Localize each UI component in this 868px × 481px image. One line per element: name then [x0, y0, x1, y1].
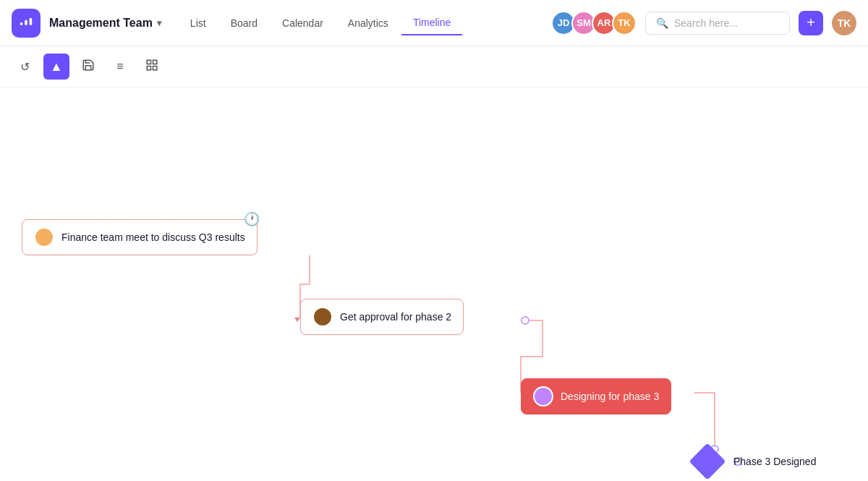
- finance-task-avatar: [34, 227, 54, 247]
- tab-analytics[interactable]: Analytics: [336, 12, 400, 35]
- designing-task-label: Designing for phase 3: [561, 391, 659, 402]
- svg-point-8: [522, 317, 529, 324]
- approval-task-label: Get approval for phase 2: [340, 311, 451, 323]
- cursor-button[interactable]: ▲: [43, 54, 69, 80]
- svg-rect-0: [20, 22, 23, 25]
- user-avatar[interactable]: TK: [832, 11, 856, 35]
- search-icon: 🔍: [656, 17, 668, 29]
- nav-tabs: List Board Calendar Analytics Timeline: [179, 11, 542, 35]
- tab-timeline[interactable]: Timeline: [401, 11, 462, 35]
- svg-marker-7: [294, 318, 300, 322]
- header-right: JD SM AR TK 🔍 Search here... + TK: [551, 11, 856, 35]
- designing-task-card[interactable]: Designing for phase 3: [521, 378, 671, 414]
- milestone-label: Phase 3 Designed: [733, 456, 816, 467]
- refresh-button[interactable]: ↺: [12, 54, 38, 80]
- tab-calendar[interactable]: Calendar: [271, 12, 335, 35]
- approval-task-avatar: [312, 307, 333, 327]
- finance-task-label: Finance team meet to discuss Q3 results: [61, 231, 245, 243]
- app-logo[interactable]: [12, 9, 41, 38]
- svg-rect-2: [30, 17, 33, 25]
- designing-task-avatar: [533, 386, 553, 406]
- refresh-icon: ↺: [20, 60, 30, 74]
- avatars-group: JD SM AR TK: [551, 11, 637, 35]
- workspace-name[interactable]: Management Team ▾: [49, 17, 161, 30]
- clock-icon: 🕐: [244, 211, 260, 227]
- tab-list[interactable]: List: [179, 12, 218, 35]
- toolbar: ↺ ▲ ≡: [0, 46, 868, 88]
- avatar-4[interactable]: TK: [612, 11, 637, 35]
- cursor-icon: ▲: [50, 59, 63, 75]
- svg-rect-5: [147, 67, 150, 70]
- milestone-diamond: [689, 443, 726, 480]
- save-icon: [82, 59, 95, 75]
- svg-rect-3: [147, 60, 150, 64]
- app-header: Management Team ▾ List Board Calendar An…: [0, 0, 868, 46]
- timeline-canvas: Finance team meet to discuss Q3 results …: [0, 88, 868, 481]
- search-placeholder-text: Search here...: [674, 17, 738, 29]
- search-box[interactable]: 🔍 Search here...: [645, 12, 790, 35]
- menu-button[interactable]: ≡: [107, 54, 133, 80]
- workspace-name-text: Management Team: [49, 17, 153, 30]
- workspace-chevron: ▾: [157, 18, 161, 28]
- svg-rect-4: [153, 60, 157, 64]
- connector-lines: [0, 88, 868, 481]
- finance-task-card[interactable]: Finance team meet to discuss Q3 results …: [22, 219, 258, 255]
- grid-icon: [145, 59, 158, 75]
- svg-rect-1: [25, 20, 27, 25]
- approval-task-card[interactable]: Get approval for phase 2: [300, 299, 464, 335]
- phase3-milestone[interactable]: Phase 3 Designed: [694, 448, 816, 474]
- tab-board[interactable]: Board: [219, 12, 269, 35]
- grid-button[interactable]: [139, 54, 165, 80]
- save-button[interactable]: [75, 54, 101, 80]
- svg-rect-6: [153, 67, 157, 70]
- add-button[interactable]: +: [799, 11, 823, 35]
- menu-icon: ≡: [116, 60, 123, 73]
